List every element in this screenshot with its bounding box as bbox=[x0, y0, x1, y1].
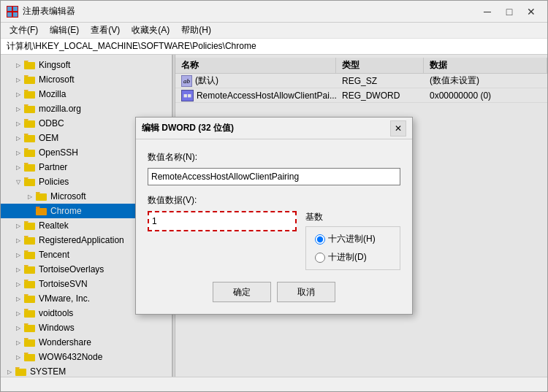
radio-dec-text: 十进制(D) bbox=[328, 251, 367, 264]
app-icon bbox=[7, 6, 18, 18]
dialog-buttons: 确定 取消 bbox=[148, 282, 400, 302]
svg-rect-2 bbox=[7, 12, 12, 17]
dialog-close-button[interactable]: ✕ bbox=[390, 120, 406, 137]
base-label: 基数 bbox=[305, 211, 400, 223]
address-path: 计算机\HKEY_LOCAL_MACHINE\SOFTWARE\Policies… bbox=[7, 40, 256, 53]
data-row: 基数 十六进制(H) 十进制(D) bbox=[148, 211, 400, 270]
address-bar: 计算机\HKEY_LOCAL_MACHINE\SOFTWARE\Policies… bbox=[1, 39, 547, 55]
data-input[interactable] bbox=[148, 211, 297, 231]
svg-rect-1 bbox=[13, 7, 18, 11]
status-bar bbox=[1, 377, 547, 391]
name-label: 数值名称(N): bbox=[148, 151, 400, 164]
radio-hex-label[interactable]: 十六进制(H) bbox=[315, 233, 391, 245]
title-text: 注册表编辑器 bbox=[23, 5, 477, 18]
menu-favorites[interactable]: 收藏夹(A) bbox=[126, 23, 175, 38]
radio-dec-label[interactable]: 十进制(D) bbox=[315, 251, 391, 264]
minimize-button[interactable]: ─ bbox=[477, 4, 498, 19]
svg-rect-3 bbox=[13, 12, 18, 17]
radio-group: 十六进制(H) 十进制(D) bbox=[305, 226, 400, 270]
maximize-button[interactable]: □ bbox=[499, 4, 520, 19]
menu-file[interactable]: 文件(F) bbox=[4, 23, 44, 38]
dialog-overlay: 编辑 DWORD (32 位值) ✕ 数值名称(N): 数值数据(V): 基数 bbox=[1, 55, 547, 377]
radio-hex-text: 十六进制(H) bbox=[328, 233, 376, 245]
main-content: ▷ Kingsoft ▷ Microsoft ▷ Mozilla ▷ bbox=[1, 55, 547, 377]
dialog-body: 数值名称(N): 数值数据(V): 基数 十六进制(H) bbox=[136, 139, 412, 314]
name-input[interactable] bbox=[148, 168, 400, 185]
dialog-title-bar: 编辑 DWORD (32 位值) ✕ bbox=[136, 118, 412, 139]
title-bar: 注册表编辑器 ─ □ ✕ bbox=[1, 1, 547, 23]
menu-help[interactable]: 帮助(H) bbox=[175, 23, 217, 38]
radio-hex[interactable] bbox=[315, 234, 325, 245]
radio-dec[interactable] bbox=[315, 253, 325, 263]
ok-button[interactable]: 确定 bbox=[213, 282, 271, 302]
radio-group-container: 基数 十六进制(H) 十进制(D) bbox=[305, 211, 400, 270]
svg-rect-0 bbox=[7, 7, 12, 11]
menu-bar: 文件(F) 编辑(E) 查看(V) 收藏夹(A) 帮助(H) bbox=[1, 23, 547, 39]
menu-edit[interactable]: 编辑(E) bbox=[44, 23, 85, 38]
cancel-button[interactable]: 取消 bbox=[277, 282, 335, 302]
menu-view[interactable]: 查看(V) bbox=[85, 23, 126, 38]
window-controls: ─ □ ✕ bbox=[477, 4, 541, 19]
close-button[interactable]: ✕ bbox=[521, 4, 541, 19]
dialog-title-text: 编辑 DWORD (32 位值) bbox=[142, 122, 390, 134]
edit-dword-dialog: 编辑 DWORD (32 位值) ✕ 数值名称(N): 数值数据(V): 基数 bbox=[135, 117, 413, 315]
data-label: 数值数据(V): bbox=[148, 194, 400, 207]
registry-editor-window: 注册表编辑器 ─ □ ✕ 文件(F) 编辑(E) 查看(V) 收藏夹(A) 帮助… bbox=[0, 0, 548, 392]
